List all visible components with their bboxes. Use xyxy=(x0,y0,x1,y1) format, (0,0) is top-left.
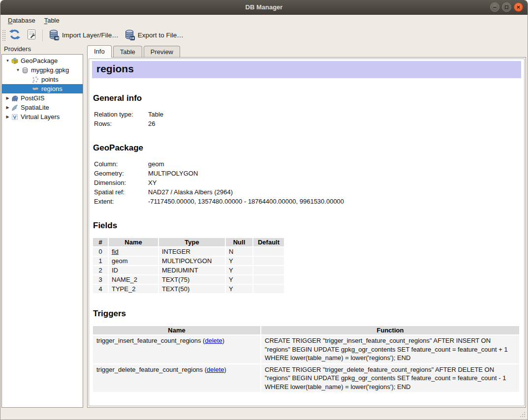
tab-info[interactable]: Info xyxy=(87,45,112,58)
tree-item-mygpkg-gpkg[interactable]: ▼mygpkg.gpkg xyxy=(2,65,83,75)
table-cell: geom xyxy=(109,257,158,265)
sql-window-button[interactable] xyxy=(23,27,40,43)
table-row: 1geomMULTIPOLYGONY xyxy=(93,257,284,265)
tree-item-label: mygpkg.gpkg xyxy=(31,66,69,74)
info-row-value: Table xyxy=(148,110,163,119)
minimize-button[interactable] xyxy=(490,2,499,12)
import-layer-file-button[interactable]: Import Layer/File… xyxy=(45,27,121,43)
sql-window-icon xyxy=(26,29,37,42)
db-import-icon xyxy=(48,29,60,42)
info-row: Relation type:Table xyxy=(92,110,522,119)
table-row: 4TYPE_2TEXT(50)Y xyxy=(93,285,284,293)
menubar: DatabaseTable xyxy=(0,15,528,26)
fields-column-header: Name xyxy=(109,238,158,246)
info-row-label: Dimension: xyxy=(94,178,148,187)
close-button[interactable] xyxy=(514,2,523,12)
table-cell: NAME_2 xyxy=(109,275,158,284)
menu-database[interactable]: Database xyxy=(3,16,40,25)
expander-open-icon[interactable]: ▼ xyxy=(4,59,11,63)
trigger-function-cell: CREATE TRIGGER "trigger_insert_feature_c… xyxy=(261,335,519,363)
info-row-value: NAD27 / Alaska Albers (2964) xyxy=(148,187,233,197)
content-area: Providers ▼GeoPackage▼mygpkg.gpkgpointsr… xyxy=(0,44,528,409)
table-row: 0fidINTEGERN xyxy=(93,247,284,256)
delete-trigger-link[interactable]: delete xyxy=(207,366,224,373)
info-row-label: Relation type: xyxy=(94,110,148,119)
triggers-header-row: NameFunction xyxy=(93,326,519,334)
polygon-layer-icon xyxy=(31,85,39,93)
table-cell: 3 xyxy=(93,275,108,284)
tree-item-label: points xyxy=(41,76,59,83)
fields-table: #NameTypeNullDefault 0fidINTEGERN1geomMU… xyxy=(92,237,285,294)
triggers-table: NameFunction trigger_insert_feature_coun… xyxy=(92,325,520,393)
info-row-label: Spatial ref: xyxy=(94,187,148,197)
table-cell: Y xyxy=(226,285,252,293)
expander-closed-icon[interactable]: ▶ xyxy=(4,105,11,110)
expander-closed-icon[interactable]: ▶ xyxy=(4,115,11,119)
fields-column-header: Default xyxy=(253,238,284,246)
table-cell: 2 xyxy=(93,266,108,274)
primary-key-field: fid xyxy=(112,248,119,255)
sidebar-splitter[interactable] xyxy=(83,44,87,409)
table-row: 3NAME_2TEXT(75)Y xyxy=(93,275,284,284)
tree-item-points[interactable]: points xyxy=(2,75,83,84)
tree-item-label: Virtual Layers xyxy=(21,113,60,120)
info-view: regions General info Relation type:Table… xyxy=(89,59,525,406)
triggers-heading: Triggers xyxy=(93,309,522,319)
window-title: DB Manager xyxy=(0,3,528,11)
statusbar xyxy=(0,409,528,420)
expander-closed-icon[interactable]: ▶ xyxy=(4,96,11,100)
tree-item-postgis[interactable]: ▶PostGIS xyxy=(2,93,83,103)
db-manager-window: DB Manager DatabaseTable Import Layer/Fi… xyxy=(0,0,528,420)
table-title: regions xyxy=(92,61,521,78)
info-row: Extent:-7117450.00000, 1357480.00000 - 1… xyxy=(92,197,522,206)
spatialite-icon xyxy=(11,104,19,112)
delete-trigger-link[interactable]: delete xyxy=(205,337,222,344)
toolbar-button-label: Import Layer/File… xyxy=(62,31,119,39)
info-row: Rows:26 xyxy=(92,119,522,128)
tree-item-geopackage[interactable]: ▼GeoPackage xyxy=(2,56,83,65)
db-export-icon xyxy=(124,29,135,42)
expander-open-icon[interactable]: ▼ xyxy=(15,68,21,72)
info-row-value: -7117450.00000, 1357480.00000 - 18764400… xyxy=(148,197,344,206)
export-to-file-button[interactable]: Export to File… xyxy=(121,27,186,43)
info-row-value: geom xyxy=(148,159,164,169)
toolbar: Import Layer/File…Export to File… xyxy=(0,26,528,44)
table-cell xyxy=(253,266,284,274)
info-row: Spatial ref:NAD27 / Alaska Albers (2964) xyxy=(92,187,522,197)
trigger-name: trigger_insert_feature_count_regions ( xyxy=(96,337,205,344)
info-row-label: Extent: xyxy=(94,197,148,206)
resize-grip-icon[interactable] xyxy=(519,411,526,418)
refresh-button[interactable] xyxy=(6,27,23,43)
table-row: trigger_insert_feature_count_regions (de… xyxy=(93,335,519,363)
tree-item-regions[interactable]: regions xyxy=(2,84,83,93)
maximize-button[interactable] xyxy=(502,2,511,12)
table-cell: TEXT(50) xyxy=(159,285,225,293)
tree-item-label: SpatiaLite xyxy=(21,104,49,111)
table-cell: INTEGER xyxy=(159,247,225,256)
tabbar: InfoTablePreview xyxy=(87,44,526,57)
info-row-value: MULTIPOLYGON xyxy=(148,169,198,178)
info-row-label: Geometry: xyxy=(94,169,148,178)
table-cell: Y xyxy=(226,266,252,274)
providers-tree: ▼GeoPackage▼mygpkg.gpkgpointsregions▶Pos… xyxy=(1,54,83,408)
info-row-label: Column: xyxy=(94,159,148,169)
point-layer-icon xyxy=(31,76,39,84)
table-cell xyxy=(253,275,284,284)
table-cell: 1 xyxy=(93,257,108,265)
titlebar[interactable]: DB Manager xyxy=(0,0,528,15)
tab-table[interactable]: Table xyxy=(113,46,142,57)
table-cell xyxy=(253,257,284,265)
tab-preview[interactable]: Preview xyxy=(144,46,180,57)
tab-pane: regions General info Relation type:Table… xyxy=(87,57,526,408)
tree-item-spatialite[interactable]: ▶SpatiaLite xyxy=(2,103,83,112)
providers-sidebar: Providers ▼GeoPackage▼mygpkg.gpkgpointsr… xyxy=(0,44,83,409)
toolbar-drag-handle[interactable] xyxy=(2,30,5,41)
table-cell: TYPE_2 xyxy=(109,285,158,293)
fields-column-header: Null xyxy=(226,238,252,246)
minimize-icon xyxy=(492,3,497,12)
tree-item-virtual-layers[interactable]: ▶Virtual Layers xyxy=(2,112,83,121)
trigger-name: trigger_delete_feature_count_regions ( xyxy=(96,366,207,373)
table-cell: MEDIUMINT xyxy=(159,266,225,274)
menu-table[interactable]: Table xyxy=(40,16,64,25)
table-cell: fid xyxy=(109,247,158,256)
